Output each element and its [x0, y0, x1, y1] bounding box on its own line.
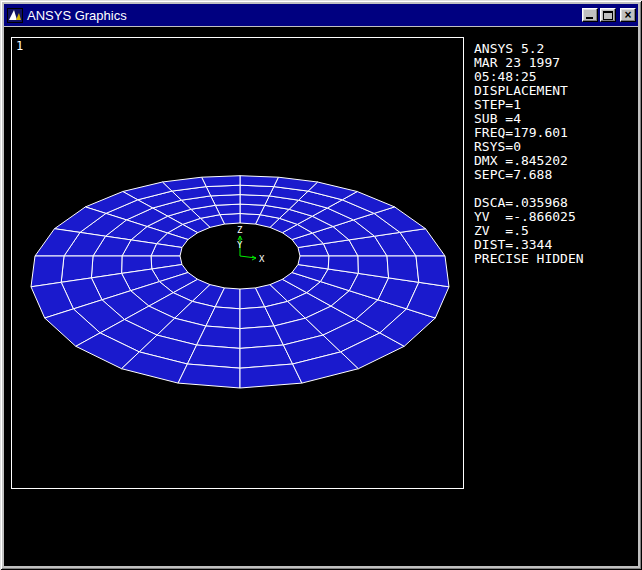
window-number: 1: [16, 39, 23, 53]
maximize-icon: [603, 11, 613, 20]
annotation-line: DSCA=.035968: [474, 196, 584, 210]
annotation-line: ANSYS 5.2: [474, 42, 584, 56]
mesh-plot: ZYX: [12, 38, 463, 488]
annotation-line: STEP=1: [474, 98, 584, 112]
annotation-line: DISPLACEMENT: [474, 84, 584, 98]
annotation-line: YV =-.866025: [474, 210, 584, 224]
annotation-line: MAR 23 1997: [474, 56, 584, 70]
close-icon: ×: [621, 8, 635, 22]
minimize-icon: [586, 17, 593, 19]
close-button[interactable]: ×: [620, 8, 636, 22]
annotation-line: ZV =.5: [474, 224, 584, 238]
titlebar[interactable]: ANSYS Graphics ×: [4, 4, 638, 26]
ansys-graphics-window: ANSYS Graphics × 1 ZYX ANSYS 5.2MAR 23 1…: [0, 0, 642, 570]
annotation-line: SUB =4: [474, 112, 584, 126]
annotation-line: 05:48:25: [474, 70, 584, 84]
annotation-panel: ANSYS 5.2MAR 23 199705:48:25DISPLACEMENT…: [474, 42, 584, 266]
screen: ANSYS Graphics × 1 ZYX ANSYS 5.2MAR 23 1…: [0, 0, 642, 570]
annotation-line: DIST=.3344: [474, 238, 584, 252]
annotation-line: DMX =.845202: [474, 154, 584, 168]
mesh-element: [240, 204, 265, 215]
annotation-line: FREQ=179.601: [474, 126, 584, 140]
mesh-element: [178, 364, 240, 388]
ansys-logo-icon: [7, 8, 23, 23]
mesh-element: [240, 364, 302, 388]
mesh-element: [416, 256, 449, 287]
mesh-element: [202, 176, 240, 187]
minimize-button[interactable]: [582, 8, 598, 22]
triad-z-label: Z: [237, 225, 243, 235]
mesh-element: [387, 256, 419, 282]
graphics-client-area: 1 ZYX ANSYS 5.2MAR 23 199705:48:25DISPLA…: [4, 27, 638, 566]
triad-y-label: Y: [237, 240, 243, 250]
window-controls: ×: [582, 8, 636, 22]
annotation-line: [474, 182, 584, 196]
window-title: ANSYS Graphics: [27, 8, 582, 23]
triad: ZYX: [237, 225, 265, 264]
mesh-element: [240, 176, 278, 187]
triad-x-label: X: [259, 254, 265, 264]
annotation-line: SEPC=7.688: [474, 168, 584, 182]
annotation-line: PRECISE HIDDEN: [474, 252, 584, 266]
maximize-button[interactable]: [600, 8, 616, 22]
plot-area[interactable]: 1 ZYX: [11, 37, 464, 489]
annotation-line: RSYS=0: [474, 140, 584, 154]
